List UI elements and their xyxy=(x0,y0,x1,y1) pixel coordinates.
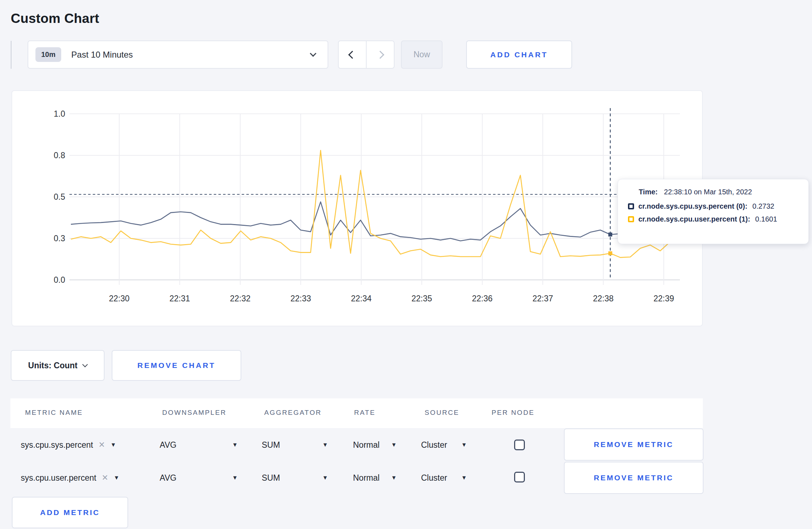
metric-name: sys.cpu.sys.percent xyxy=(21,440,93,450)
x-axis-tick-label: 22:33 xyxy=(290,294,311,303)
time-range-badge: 10m xyxy=(35,47,61,62)
toolbar-divider xyxy=(11,41,11,69)
time-range-label: Past 10 Minutes xyxy=(71,50,133,60)
metric-dropdown-icon[interactable]: ▼ xyxy=(113,475,119,481)
now-button[interactable]: Now xyxy=(401,40,443,69)
units-label: Units: Count xyxy=(28,361,78,370)
tooltip-time-row: Time: 22:38:10 on Mar 15th, 2022 xyxy=(618,188,808,196)
x-axis-tick-label: 22:38 xyxy=(593,294,614,303)
rate-select[interactable]: Normal ▼ xyxy=(353,461,397,494)
dropdown-arrow-icon: ▼ xyxy=(391,442,397,448)
x-axis-tick-label: 22:36 xyxy=(472,294,493,303)
metrics-table-header: METRIC NAME DOWNSAMPLER AGGREGATOR RATE … xyxy=(10,398,703,428)
dropdown-arrow-icon: ▼ xyxy=(232,475,238,481)
add-metric-button[interactable]: ADD METRIC xyxy=(12,497,128,528)
dropdown-arrow-icon: ▼ xyxy=(232,442,238,448)
dropdown-arrow-icon: ▼ xyxy=(461,442,467,448)
clear-metric-icon[interactable]: ✕ xyxy=(102,473,108,482)
metric-name: sys.cpu.user.percent xyxy=(21,473,96,483)
dropdown-arrow-icon: ▼ xyxy=(322,442,328,448)
rate-value: Normal xyxy=(353,473,380,483)
custom-chart-card: 0.00.30.50.81.022:3022:3122:3222:3322:34… xyxy=(11,90,703,326)
next-time-button[interactable] xyxy=(366,41,394,68)
x-axis-tick-label: 22:32 xyxy=(230,294,251,303)
rate-value: Normal xyxy=(353,440,380,450)
dropdown-arrow-icon: ▼ xyxy=(461,475,467,481)
tooltip-series-name: cr.node.sys.cpu.user.percent (1): xyxy=(638,215,750,223)
col-header-aggregator: AGGREGATOR xyxy=(264,409,322,417)
dropdown-arrow-icon: ▼ xyxy=(391,475,397,481)
col-header-metric-name: METRIC NAME xyxy=(25,409,83,417)
series-user-swatch-icon xyxy=(628,216,634,222)
aggregator-select[interactable]: SUM ▼ xyxy=(262,461,328,494)
series-line xyxy=(71,202,680,241)
downsampler-select[interactable]: AVG ▼ xyxy=(160,428,238,461)
x-axis-tick-label: 22:31 xyxy=(169,294,190,303)
x-axis-tick-label: 22:34 xyxy=(351,294,372,303)
previous-time-button[interactable] xyxy=(339,41,366,68)
aggregator-value: SUM xyxy=(262,440,280,450)
tooltip-time-value: 22:38:10 on Mar 15th, 2022 xyxy=(664,188,752,196)
remove-chart-button[interactable]: REMOVE CHART xyxy=(112,350,241,381)
x-axis-tick-label: 22:35 xyxy=(411,294,432,303)
chevron-right-icon xyxy=(376,50,385,59)
clear-metric-icon[interactable]: ✕ xyxy=(98,440,105,450)
y-axis-tick-label: 0.0 xyxy=(54,275,65,285)
per-node-checkbox[interactable] xyxy=(514,472,525,482)
series-sys-swatch-icon xyxy=(628,203,634,209)
time-pager xyxy=(338,40,395,69)
y-axis-tick-label: 0.3 xyxy=(54,234,65,243)
tooltip-series-value: 0.1601 xyxy=(755,215,777,223)
y-axis-tick-label: 0.8 xyxy=(54,151,65,160)
tooltip-series-name: cr.node.sys.cpu.sys.percent (0): xyxy=(638,202,748,210)
col-header-downsampler: DOWNSAMPLER xyxy=(162,409,227,417)
dropdown-arrow-icon: ▼ xyxy=(322,475,328,481)
series-line xyxy=(71,150,680,257)
downsampler-select[interactable]: AVG ▼ xyxy=(160,461,238,494)
source-value: Cluster xyxy=(421,440,447,450)
aggregator-value: SUM xyxy=(262,473,280,483)
col-header-rate: RATE xyxy=(354,409,376,417)
tooltip-series-row: cr.node.sys.cpu.sys.percent (0): 0.2732 xyxy=(618,202,808,210)
hover-point-marker xyxy=(608,233,612,237)
metric-name-cell: sys.cpu.user.percent ✕ ▼ xyxy=(21,461,119,494)
cpu-chart-svg[interactable]: 0.00.30.50.81.022:3022:3122:3222:3322:34… xyxy=(12,91,702,326)
tooltip-series-row: cr.node.sys.cpu.user.percent (1): 0.1601 xyxy=(618,215,808,223)
y-axis-tick-label: 0.5 xyxy=(54,192,65,202)
chevron-down-icon xyxy=(82,362,88,368)
metric-dropdown-icon[interactable]: ▼ xyxy=(110,442,116,448)
add-chart-button[interactable]: ADD CHART xyxy=(466,40,572,69)
downsampler-value: AVG xyxy=(160,473,177,483)
page-title: Custom Chart xyxy=(11,11,99,26)
metric-name-cell: sys.cpu.sys.percent ✕ ▼ xyxy=(21,428,116,461)
y-axis-tick-label: 1.0 xyxy=(54,109,65,118)
source-select[interactable]: Cluster ▼ xyxy=(421,428,467,461)
x-axis-tick-label: 22:39 xyxy=(653,294,674,303)
units-select[interactable]: Units: Count xyxy=(11,350,105,381)
chevron-left-icon xyxy=(348,50,357,59)
rate-select[interactable]: Normal ▼ xyxy=(353,428,397,461)
x-axis-tick-label: 22:30 xyxy=(109,294,130,303)
chart-hover-tooltip: Time: 22:38:10 on Mar 15th, 2022 cr.node… xyxy=(618,179,809,244)
x-axis-tick-label: 22:37 xyxy=(532,294,553,303)
per-node-checkbox[interactable] xyxy=(514,440,525,450)
chevron-down-icon xyxy=(310,50,316,57)
col-header-per-node: PER NODE xyxy=(492,409,535,417)
tooltip-time-label: Time: xyxy=(639,188,658,196)
time-range-select[interactable]: 10m Past 10 Minutes xyxy=(28,40,328,69)
tooltip-series-value: 0.2732 xyxy=(753,202,774,210)
remove-metric-button[interactable]: REMOVE METRIC xyxy=(564,428,704,461)
downsampler-value: AVG xyxy=(160,440,177,450)
source-select[interactable]: Cluster ▼ xyxy=(421,461,467,494)
col-header-source: SOURCE xyxy=(425,409,459,417)
source-value: Cluster xyxy=(421,473,447,483)
remove-metric-button[interactable]: REMOVE METRIC xyxy=(564,462,704,494)
hover-point-marker xyxy=(608,251,612,255)
aggregator-select[interactable]: SUM ▼ xyxy=(262,428,328,461)
